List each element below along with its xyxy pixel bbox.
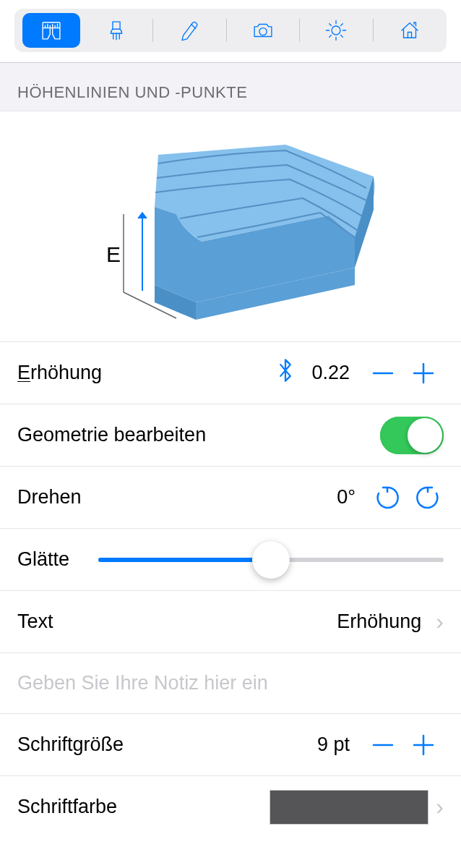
note-row — [0, 652, 461, 713]
smoothness-slider[interactable] — [98, 540, 444, 580]
brush-tool-button[interactable] — [87, 13, 145, 48]
elevation-value: 0.22 — [311, 362, 350, 384]
note-input[interactable] — [17, 672, 444, 694]
chevron-right-icon: › — [436, 608, 444, 635]
illustration-e-label: E — [106, 242, 121, 266]
rotate-label: Drehen — [17, 486, 82, 509]
text-label: Text — [17, 610, 53, 633]
terrain-illustration: E — [0, 111, 461, 341]
brush-icon — [104, 18, 129, 43]
caliper-icon — [39, 18, 64, 43]
font-color-row[interactable]: Schriftfarbe › — [0, 775, 461, 838]
switch-knob — [408, 418, 442, 453]
house-tool-button[interactable] — [381, 13, 439, 48]
settings-list: Erhöhung 0.22 Geometrie bearbeiten Drehe… — [0, 341, 461, 838]
text-row[interactable]: Text Erhöhung › — [0, 590, 461, 652]
measure-tool-button[interactable] — [22, 13, 80, 48]
elevation-increase-button[interactable] — [403, 353, 444, 393]
toolbar-separator — [373, 19, 374, 42]
svg-point-2 — [332, 26, 340, 35]
rotate-value: 0° — [337, 486, 356, 509]
font-size-label: Schriftgröße — [17, 733, 124, 756]
smoothness-row: Glätte — [0, 528, 461, 590]
edit-geometry-toggle[interactable] — [380, 417, 444, 454]
section-header: HÖHENLINIEN UND -PUNKTE — [0, 63, 461, 111]
toolbar — [14, 9, 447, 52]
font-size-row: Schriftgröße 9 pt — [0, 713, 461, 775]
font-size-increase-button[interactable] — [403, 725, 444, 765]
rotate-ccw-button[interactable] — [412, 482, 444, 514]
chevron-right-icon: › — [436, 793, 444, 820]
elevation-decrease-button[interactable] — [363, 353, 403, 393]
font-color-swatch[interactable] — [270, 790, 428, 825]
toolbar-separator — [152, 19, 153, 42]
toolbar-separator — [299, 19, 300, 42]
font-size-decrease-button[interactable] — [363, 725, 403, 765]
toolbar-separator — [226, 19, 227, 42]
elevation-label: Erhöhung — [17, 362, 102, 384]
svg-point-1 — [259, 28, 267, 35]
edit-geometry-label: Geometrie bearbeiten — [17, 424, 206, 446]
pencil-icon — [178, 18, 202, 43]
edit-geometry-row: Geometrie bearbeiten — [0, 404, 461, 466]
smoothness-label: Glätte — [17, 548, 69, 571]
slider-thumb[interactable] — [252, 541, 290, 579]
rotate-row: Drehen 0° — [0, 466, 461, 528]
toolbar-container — [0, 0, 461, 63]
text-value: Erhöhung — [337, 610, 421, 633]
edit-tool-button[interactable] — [161, 13, 219, 48]
font-size-value: 9 pt — [317, 733, 350, 756]
elevation-row: Erhöhung 0.22 — [0, 341, 461, 404]
rotate-cw-button[interactable] — [371, 482, 403, 514]
slider-fill — [98, 558, 271, 562]
bluetooth-icon[interactable] — [275, 357, 296, 388]
house-icon — [397, 18, 422, 43]
sun-icon — [324, 18, 348, 43]
camera-tool-button[interactable] — [234, 13, 292, 48]
font-color-label: Schriftfarbe — [17, 796, 117, 818]
camera-icon — [251, 18, 275, 43]
sun-tool-button[interactable] — [307, 13, 365, 48]
